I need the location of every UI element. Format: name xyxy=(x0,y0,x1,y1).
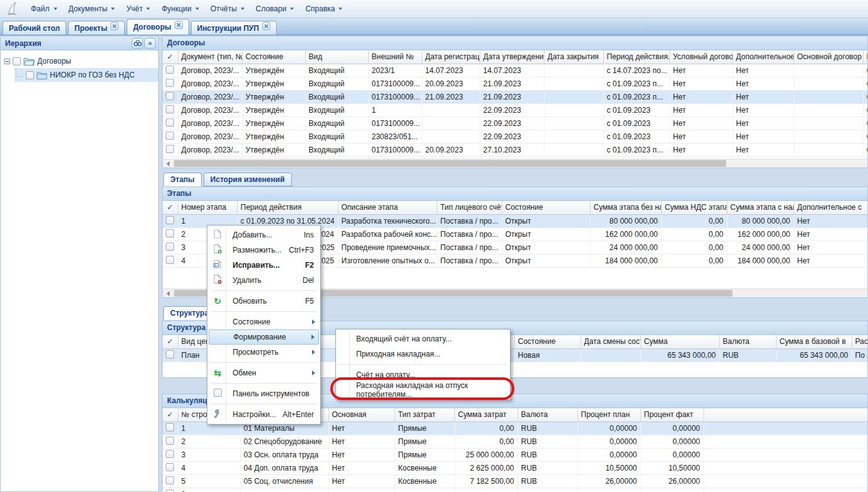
tab-instructions[interactable]: Инструкции ПУП xyxy=(191,21,277,35)
context-menu-settings[interactable]: Настройки...Alt+Enter xyxy=(209,407,319,422)
row-checkbox[interactable] xyxy=(166,423,174,432)
table-row[interactable]: Договор, 2023/...УтверждёнВходящий017310… xyxy=(163,143,868,156)
column-header[interactable]: Ц xyxy=(863,50,868,64)
table-row[interactable]: 404 Доп. оплата трудаНетКосвенные2 625 0… xyxy=(163,461,868,474)
row-checkbox[interactable] xyxy=(166,145,174,153)
tab-projects[interactable]: Проекты xyxy=(68,21,125,35)
column-header[interactable]: Тип затрат xyxy=(395,408,454,421)
context-menu-clone[interactable]: Размножить...Ctrl+F3 xyxy=(209,243,319,258)
column-header[interactable]: Описание этапа xyxy=(338,201,437,214)
scroll-thumb[interactable] xyxy=(174,160,726,167)
close-tab-icon[interactable] xyxy=(175,21,183,29)
table-row[interactable]: 505 Соц. отчисленияНетКосвенные7 182 500… xyxy=(163,474,868,488)
table-row[interactable]: Договор, 2023/...УтверждёнВходящий2023/1… xyxy=(163,64,868,77)
table-row[interactable]: 303 Осн. оплата трудаНетПрямые25 000 000… xyxy=(163,448,868,461)
menu-file[interactable]: Файл xyxy=(25,1,63,16)
tab-stages[interactable]: Этапы xyxy=(163,173,202,186)
row-checkbox[interactable] xyxy=(166,489,174,492)
row-checkbox[interactable] xyxy=(166,92,174,100)
context-menu-toolbar-panel[interactable]: Панель инструментов xyxy=(209,386,319,401)
menu-help[interactable]: Справка xyxy=(299,1,348,16)
column-header[interactable]: Основной договор xyxy=(794,50,863,64)
column-header[interactable]: Условный договор xyxy=(669,50,732,64)
column-header[interactable]: Номер этапа xyxy=(178,201,237,214)
row-checkbox[interactable] xyxy=(166,79,174,87)
row-checkbox[interactable] xyxy=(166,105,174,113)
menu-functions[interactable]: Функции xyxy=(156,1,204,16)
column-header[interactable]: Дополнительное с xyxy=(732,50,794,64)
column-header[interactable]: Процент факт xyxy=(640,408,703,421)
column-header[interactable] xyxy=(703,408,868,421)
column-header[interactable]: Сумма этапа с налогами xyxy=(727,201,794,214)
submenu-expense-note[interactable]: Расходная накладная на отпуск потребител… xyxy=(337,382,509,398)
tab-contracts[interactable]: Договоры xyxy=(127,19,188,35)
tab-change-history[interactable]: История изменений xyxy=(204,173,292,186)
menu-dictionaries[interactable]: Словари xyxy=(250,1,300,16)
table-row[interactable]: 6 xyxy=(163,488,868,492)
column-header[interactable]: Валюта xyxy=(518,408,577,421)
context-menu-add[interactable]: Добавить...Ins xyxy=(209,227,319,243)
context-menu-refresh[interactable]: ↻ ОбновитьF5 xyxy=(209,294,319,309)
column-header[interactable]: Валюта xyxy=(719,335,776,348)
column-header[interactable]: Дата смены состоя xyxy=(581,335,640,348)
column-header[interactable]: Состояние xyxy=(502,201,590,214)
column-header[interactable]: Вид xyxy=(305,50,368,64)
row-checkbox[interactable] xyxy=(166,463,174,471)
context-menu-forming[interactable]: Формирование xyxy=(209,329,319,345)
row-checkbox[interactable] xyxy=(166,229,174,237)
tab-desktop[interactable]: Рабочий стол xyxy=(3,21,66,35)
context-menu-edit[interactable]: Исправить...F2 xyxy=(209,258,319,273)
row-checkbox[interactable] xyxy=(166,476,174,484)
column-header[interactable]: Дата регистрации. xyxy=(422,50,480,64)
context-menu-delete[interactable]: УдалитьDel xyxy=(209,273,319,288)
column-header[interactable]: Сумма xyxy=(640,335,719,348)
context-menu-exchange[interactable]: ⇆ Обмен xyxy=(209,365,319,380)
column-header[interactable]: ✓ xyxy=(163,335,178,348)
column-header[interactable]: Внешний № xyxy=(368,50,422,64)
column-header[interactable]: Период действия xyxy=(237,201,338,214)
node-checkbox[interactable] xyxy=(13,57,21,66)
row-checkbox[interactable] xyxy=(166,256,174,264)
row-checkbox[interactable] xyxy=(166,350,174,358)
menu-accounting[interactable]: Учёт xyxy=(120,1,156,16)
contracts-hscrollbar[interactable] xyxy=(163,159,867,168)
column-header[interactable]: Период действия.. xyxy=(603,50,669,64)
scroll-left-icon[interactable] xyxy=(163,159,173,168)
row-checkbox[interactable] xyxy=(166,243,174,251)
row-checkbox[interactable] xyxy=(166,66,174,74)
column-header[interactable]: Сумма НДС этапа xyxy=(661,201,727,214)
column-header[interactable]: Дата утверждения xyxy=(480,50,544,64)
column-header[interactable]: ✓ xyxy=(163,201,178,214)
scroll-left-icon[interactable] xyxy=(163,289,173,297)
submenu-receipt-note[interactable]: Приходная накладная... xyxy=(337,346,509,362)
table-row[interactable]: Договор, 2023/...УтверждёнВходящий017310… xyxy=(163,77,868,90)
column-header[interactable]: Дата закрытия xyxy=(544,50,603,64)
table-row[interactable]: Договор, 2023/...УтверждёнВходящий017310… xyxy=(163,117,868,130)
column-header[interactable]: Документ (тип, № xyxy=(178,50,242,64)
collapse-panel-button[interactable]: « xyxy=(144,38,156,49)
column-header[interactable]: Основная xyxy=(328,408,395,421)
column-header[interactable]: Процент план xyxy=(577,408,640,421)
row-checkbox[interactable] xyxy=(166,437,174,445)
context-menu-state[interactable]: Состояние xyxy=(209,314,319,329)
table-row[interactable]: Договор, 2023/...УтверждёнВходящий122.09… xyxy=(163,103,868,117)
column-header[interactable]: Сумма в базовой в xyxy=(776,335,852,348)
close-tab-icon[interactable] xyxy=(262,22,270,30)
menu-reports[interactable]: Отчёты xyxy=(205,1,250,16)
collapse-node-icon[interactable] xyxy=(4,59,10,64)
column-header[interactable]: Состояние xyxy=(514,335,581,348)
context-menu-preview[interactable]: Просмотреть xyxy=(209,345,319,360)
column-header[interactable]: Сумма этапа без налогов xyxy=(590,201,661,214)
submenu-payment-invoice[interactable]: Счёт на оплату... xyxy=(337,367,509,382)
table-row[interactable]: Договор, 2023/...УтверждёнВходящий017310… xyxy=(163,90,868,103)
menu-documents[interactable]: Документы xyxy=(63,1,121,16)
submenu-incoming-invoice[interactable]: Входящий счёт на оплату... xyxy=(337,331,509,346)
table-row[interactable]: Договор, 2023/...УтверждёнВходящий230823… xyxy=(163,130,868,143)
column-header[interactable]: Состояние xyxy=(242,50,305,64)
column-header[interactable]: Тип лицевого счёт xyxy=(437,201,502,214)
find-button[interactable] xyxy=(132,38,143,49)
row-checkbox[interactable] xyxy=(166,450,174,458)
close-tab-icon[interactable] xyxy=(110,22,119,30)
table-row[interactable]: 202 СпецоборудованиеНетПрямые0,00RUB0,00… xyxy=(163,435,868,448)
row-checkbox[interactable] xyxy=(166,216,174,224)
